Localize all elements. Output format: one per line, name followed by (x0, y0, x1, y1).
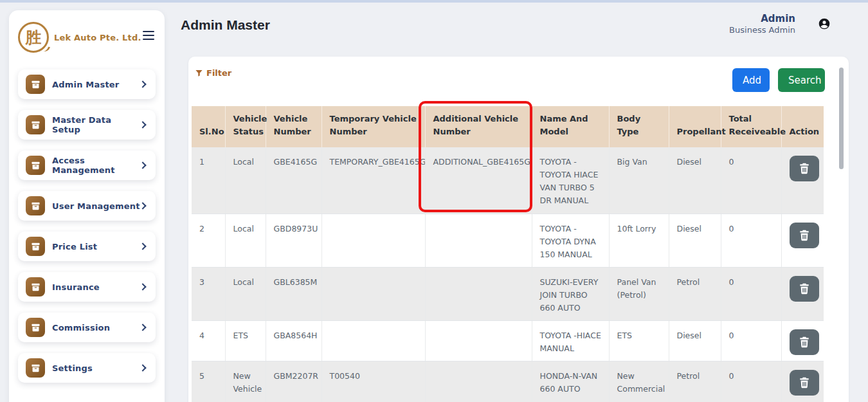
delete-button[interactable] (790, 329, 819, 355)
cell-propellant: Diesel (669, 214, 721, 267)
delete-button[interactable] (790, 156, 819, 181)
table-header-row: Sl.No Vehicle Status Vehicle Number Temp… (192, 106, 824, 147)
table-row: 1 Local GBE4165G TEMPORARY_GBE4165G ADDI… (192, 147, 824, 214)
cell-action (781, 320, 824, 361)
archive-icon (26, 115, 45, 134)
sidebar-item-label: Commission (52, 323, 140, 333)
chevron-right-icon (139, 283, 146, 290)
col-header-temporary-vehicle-number: Temporary Vehicle Number (321, 106, 425, 147)
hamburger-menu-icon[interactable] (143, 22, 156, 42)
sidebar-item-insurance[interactable]: Insurance (18, 272, 156, 302)
cell-vehicle-number: GBL6385M (266, 267, 321, 320)
sidebar-item-price-list[interactable]: Price List (18, 232, 156, 261)
delete-button[interactable] (790, 223, 819, 248)
col-header-body-type: Body Type (609, 106, 669, 147)
cell-body-type: Panel Van (Petrol) (609, 267, 669, 320)
cell-name-and-model: TOYOTA -HIACE MANUAL (532, 320, 609, 361)
cell-name-and-model: SUZUKI-EVERY JOIN TURBO 660 AUTO (532, 267, 609, 320)
cell-sl-no: 3 (192, 267, 225, 320)
sidebar-item-label: Settings (52, 363, 140, 373)
archive-icon (26, 358, 45, 378)
search-button[interactable]: Search (778, 68, 825, 92)
vertical-scrollbar-thumb[interactable] (839, 68, 844, 169)
archive-icon (26, 75, 45, 94)
cell-sl-no: 2 (192, 214, 225, 267)
user-role: Business Admin (729, 25, 795, 35)
col-header-action: Action (781, 106, 824, 147)
cell-vehicle-number: GBA8564H (266, 320, 321, 361)
chevron-right-icon (139, 80, 146, 87)
chevron-right-icon (139, 161, 146, 169)
cell-total-receiveable: 0 (721, 147, 781, 214)
cell-additional-vehicle-number: ADDITIONAL_GBE4165G (425, 147, 532, 214)
delete-button[interactable] (790, 370, 819, 396)
cell-total-receiveable: 0 (721, 214, 781, 267)
sidebar-item-label: Insurance (52, 282, 140, 292)
cell-body-type: Big Van (609, 147, 669, 214)
table-row: 2 Local GBD8973U TOYOTA -TOYOTA DYNA 150… (192, 214, 824, 267)
trash-icon (798, 376, 811, 390)
col-header-propellant: Propellant (669, 106, 721, 147)
trash-icon (798, 282, 811, 296)
trash-icon (798, 335, 811, 349)
page-title: Admin Master (181, 17, 270, 33)
add-button[interactable]: Add (732, 68, 770, 92)
brand-logo: 胜 Lek Auto Pte. Ltd. (18, 22, 143, 53)
vehicles-table: Sl.No Vehicle Status Vehicle Number Temp… (192, 106, 824, 402)
cell-temporary-vehicle-number (321, 267, 425, 320)
trash-icon (798, 161, 811, 176)
cell-action (781, 214, 824, 267)
cell-vehicle-status: Local (225, 214, 266, 267)
cell-propellant: Diesel (669, 320, 721, 361)
sidebar-item-master-data-setup[interactable]: Master Data Setup (18, 110, 156, 140)
cell-temporary-vehicle-number: TEMPORARY_GBE4165G (321, 147, 425, 214)
filter-funnel-icon (195, 69, 203, 77)
sidebar-item-settings[interactable]: Settings (18, 353, 156, 383)
sidebar-item-label: Admin Master (52, 80, 140, 89)
cell-propellant: Petrol (669, 267, 721, 320)
cell-action (781, 147, 824, 214)
sidebar-item-admin-master[interactable]: Admin Master (18, 69, 156, 99)
sidebar-item-access-management[interactable]: Access Management (18, 151, 156, 180)
logo-character: 胜 (26, 27, 42, 48)
top-strip (0, 0, 868, 3)
cell-total-receiveable: 0 (721, 267, 781, 320)
cell-name-and-model: TOYOTA -TOYOTA DYNA 150 MANUAL (532, 214, 609, 267)
cell-name-and-model: TOYOTA -TOYOTA HIACE VAN TURBO 5 DR MANU… (532, 147, 609, 214)
table-row: 4 ETS GBA8564H TOYOTA -HIACE MANUAL ETS … (192, 320, 824, 361)
cell-vehicle-status: New Vehicle (225, 361, 266, 402)
cell-vehicle-status: Local (225, 267, 266, 320)
cell-vehicle-number: GBE4165G (266, 147, 321, 214)
logo-icon: 胜 (18, 22, 49, 53)
sidebar-item-label: Master Data Setup (52, 115, 140, 134)
cell-body-type: 10ft Lorry (609, 214, 669, 267)
delete-button[interactable] (790, 276, 819, 302)
archive-icon (26, 237, 45, 256)
cell-additional-vehicle-number (425, 320, 532, 361)
cell-propellant: Diesel (669, 147, 721, 214)
col-header-sl-no: Sl.No (192, 106, 225, 147)
cell-name-and-model: HONDA-N-VAN 660 AUTO (532, 361, 609, 402)
cell-action (781, 361, 824, 402)
sidebar-item-commission[interactable]: Commission (18, 313, 156, 342)
brand-row: 胜 Lek Auto Pte. Ltd. (18, 22, 156, 53)
user-name: Admin (729, 13, 795, 24)
sidebar-item-label: Access Management (52, 156, 140, 175)
cell-propellant: Petrol (669, 361, 721, 402)
brand-name: Lek Auto Pte. Ltd. (54, 33, 141, 42)
cell-total-receiveable: 0 (721, 361, 781, 402)
account-circle-icon[interactable] (818, 17, 831, 30)
cell-additional-vehicle-number (425, 361, 532, 402)
table-row: 5 New Vehicle GBM2207R T00540 HONDA-N-VA… (192, 361, 824, 402)
col-header-additional-vehicle-number: Additional Vehicle Number (425, 106, 532, 147)
chevron-right-icon (139, 324, 146, 331)
filter-toggle[interactable]: Filter (195, 68, 231, 78)
chevron-right-icon (139, 202, 146, 209)
sidebar-item-user-management[interactable]: User Management (18, 191, 156, 221)
cell-temporary-vehicle-number (321, 214, 425, 267)
cell-temporary-vehicle-number: T00540 (321, 361, 425, 402)
sidebar-item-label: Price List (52, 242, 140, 251)
cell-action (781, 267, 824, 320)
col-header-vehicle-status: Vehicle Status (225, 106, 266, 147)
filter-label: Filter (206, 68, 231, 78)
